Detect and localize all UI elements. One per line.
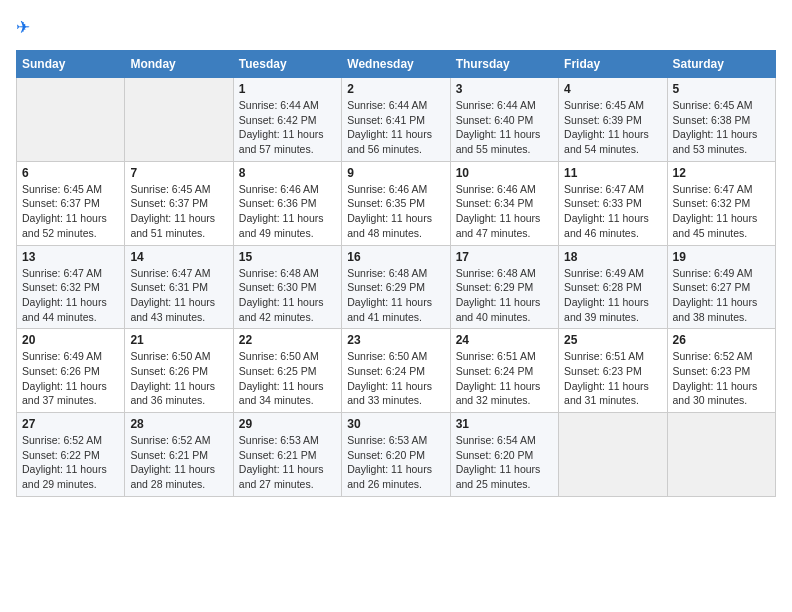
day-number: 16 [347,250,444,264]
weekday-header-friday: Friday [559,51,667,78]
calendar-cell: 25Sunrise: 6:51 AMSunset: 6:23 PMDayligh… [559,329,667,413]
calendar-cell [667,413,775,497]
cell-info: Sunrise: 6:53 AMSunset: 6:20 PMDaylight:… [347,433,444,492]
calendar-cell: 24Sunrise: 6:51 AMSunset: 6:24 PMDayligh… [450,329,558,413]
day-number: 21 [130,333,227,347]
day-number: 17 [456,250,553,264]
svg-text:✈: ✈ [16,18,30,37]
cell-info: Sunrise: 6:48 AMSunset: 6:30 PMDaylight:… [239,266,336,325]
cell-info: Sunrise: 6:44 AMSunset: 6:41 PMDaylight:… [347,98,444,157]
calendar-cell: 6Sunrise: 6:45 AMSunset: 6:37 PMDaylight… [17,161,125,245]
weekday-header-sunday: Sunday [17,51,125,78]
day-number: 1 [239,82,336,96]
calendar-cell: 17Sunrise: 6:48 AMSunset: 6:29 PMDayligh… [450,245,558,329]
day-number: 18 [564,250,661,264]
day-number: 14 [130,250,227,264]
day-number: 9 [347,166,444,180]
weekday-header-thursday: Thursday [450,51,558,78]
cell-info: Sunrise: 6:47 AMSunset: 6:33 PMDaylight:… [564,182,661,241]
calendar-cell: 8Sunrise: 6:46 AMSunset: 6:36 PMDaylight… [233,161,341,245]
cell-info: Sunrise: 6:54 AMSunset: 6:20 PMDaylight:… [456,433,553,492]
cell-info: Sunrise: 6:49 AMSunset: 6:27 PMDaylight:… [673,266,770,325]
day-number: 11 [564,166,661,180]
calendar-cell: 20Sunrise: 6:49 AMSunset: 6:26 PMDayligh… [17,329,125,413]
calendar-table: SundayMondayTuesdayWednesdayThursdayFrid… [16,50,776,497]
logo-icon: ✈ [16,16,40,40]
calendar-cell: 31Sunrise: 6:54 AMSunset: 6:20 PMDayligh… [450,413,558,497]
day-number: 27 [22,417,119,431]
logo: ✈ [16,16,44,40]
day-number: 20 [22,333,119,347]
day-number: 23 [347,333,444,347]
cell-info: Sunrise: 6:44 AMSunset: 6:40 PMDaylight:… [456,98,553,157]
day-number: 29 [239,417,336,431]
cell-info: Sunrise: 6:52 AMSunset: 6:22 PMDaylight:… [22,433,119,492]
calendar-cell: 5Sunrise: 6:45 AMSunset: 6:38 PMDaylight… [667,78,775,162]
day-number: 4 [564,82,661,96]
cell-info: Sunrise: 6:47 AMSunset: 6:32 PMDaylight:… [22,266,119,325]
day-number: 31 [456,417,553,431]
cell-info: Sunrise: 6:50 AMSunset: 6:25 PMDaylight:… [239,349,336,408]
cell-info: Sunrise: 6:44 AMSunset: 6:42 PMDaylight:… [239,98,336,157]
cell-info: Sunrise: 6:52 AMSunset: 6:21 PMDaylight:… [130,433,227,492]
day-number: 24 [456,333,553,347]
weekday-header-saturday: Saturday [667,51,775,78]
day-number: 7 [130,166,227,180]
cell-info: Sunrise: 6:51 AMSunset: 6:24 PMDaylight:… [456,349,553,408]
cell-info: Sunrise: 6:47 AMSunset: 6:31 PMDaylight:… [130,266,227,325]
calendar-cell: 9Sunrise: 6:46 AMSunset: 6:35 PMDaylight… [342,161,450,245]
calendar-cell: 4Sunrise: 6:45 AMSunset: 6:39 PMDaylight… [559,78,667,162]
calendar-cell: 23Sunrise: 6:50 AMSunset: 6:24 PMDayligh… [342,329,450,413]
calendar-cell [125,78,233,162]
cell-info: Sunrise: 6:47 AMSunset: 6:32 PMDaylight:… [673,182,770,241]
calendar-cell: 15Sunrise: 6:48 AMSunset: 6:30 PMDayligh… [233,245,341,329]
calendar-cell: 28Sunrise: 6:52 AMSunset: 6:21 PMDayligh… [125,413,233,497]
day-number: 12 [673,166,770,180]
day-number: 30 [347,417,444,431]
calendar-cell: 26Sunrise: 6:52 AMSunset: 6:23 PMDayligh… [667,329,775,413]
day-number: 13 [22,250,119,264]
calendar-cell: 3Sunrise: 6:44 AMSunset: 6:40 PMDaylight… [450,78,558,162]
cell-info: Sunrise: 6:46 AMSunset: 6:34 PMDaylight:… [456,182,553,241]
cell-info: Sunrise: 6:51 AMSunset: 6:23 PMDaylight:… [564,349,661,408]
day-number: 25 [564,333,661,347]
calendar-cell: 2Sunrise: 6:44 AMSunset: 6:41 PMDaylight… [342,78,450,162]
cell-info: Sunrise: 6:45 AMSunset: 6:39 PMDaylight:… [564,98,661,157]
page-header: ✈ [16,16,776,40]
day-number: 26 [673,333,770,347]
calendar-cell [559,413,667,497]
day-number: 28 [130,417,227,431]
cell-info: Sunrise: 6:49 AMSunset: 6:28 PMDaylight:… [564,266,661,325]
day-number: 22 [239,333,336,347]
calendar-cell: 27Sunrise: 6:52 AMSunset: 6:22 PMDayligh… [17,413,125,497]
calendar-cell: 21Sunrise: 6:50 AMSunset: 6:26 PMDayligh… [125,329,233,413]
calendar-cell: 10Sunrise: 6:46 AMSunset: 6:34 PMDayligh… [450,161,558,245]
cell-info: Sunrise: 6:48 AMSunset: 6:29 PMDaylight:… [347,266,444,325]
day-number: 3 [456,82,553,96]
cell-info: Sunrise: 6:53 AMSunset: 6:21 PMDaylight:… [239,433,336,492]
day-number: 8 [239,166,336,180]
calendar-cell: 7Sunrise: 6:45 AMSunset: 6:37 PMDaylight… [125,161,233,245]
day-number: 2 [347,82,444,96]
cell-info: Sunrise: 6:52 AMSunset: 6:23 PMDaylight:… [673,349,770,408]
cell-info: Sunrise: 6:45 AMSunset: 6:38 PMDaylight:… [673,98,770,157]
calendar-cell: 22Sunrise: 6:50 AMSunset: 6:25 PMDayligh… [233,329,341,413]
calendar-cell: 16Sunrise: 6:48 AMSunset: 6:29 PMDayligh… [342,245,450,329]
cell-info: Sunrise: 6:45 AMSunset: 6:37 PMDaylight:… [22,182,119,241]
calendar-cell: 1Sunrise: 6:44 AMSunset: 6:42 PMDaylight… [233,78,341,162]
calendar-cell: 13Sunrise: 6:47 AMSunset: 6:32 PMDayligh… [17,245,125,329]
calendar-cell: 18Sunrise: 6:49 AMSunset: 6:28 PMDayligh… [559,245,667,329]
cell-info: Sunrise: 6:46 AMSunset: 6:36 PMDaylight:… [239,182,336,241]
day-number: 10 [456,166,553,180]
calendar-cell: 30Sunrise: 6:53 AMSunset: 6:20 PMDayligh… [342,413,450,497]
calendar-cell: 29Sunrise: 6:53 AMSunset: 6:21 PMDayligh… [233,413,341,497]
cell-info: Sunrise: 6:50 AMSunset: 6:24 PMDaylight:… [347,349,444,408]
cell-info: Sunrise: 6:46 AMSunset: 6:35 PMDaylight:… [347,182,444,241]
weekday-header-wednesday: Wednesday [342,51,450,78]
day-number: 15 [239,250,336,264]
day-number: 19 [673,250,770,264]
calendar-cell: 14Sunrise: 6:47 AMSunset: 6:31 PMDayligh… [125,245,233,329]
calendar-cell [17,78,125,162]
weekday-header-monday: Monday [125,51,233,78]
cell-info: Sunrise: 6:50 AMSunset: 6:26 PMDaylight:… [130,349,227,408]
